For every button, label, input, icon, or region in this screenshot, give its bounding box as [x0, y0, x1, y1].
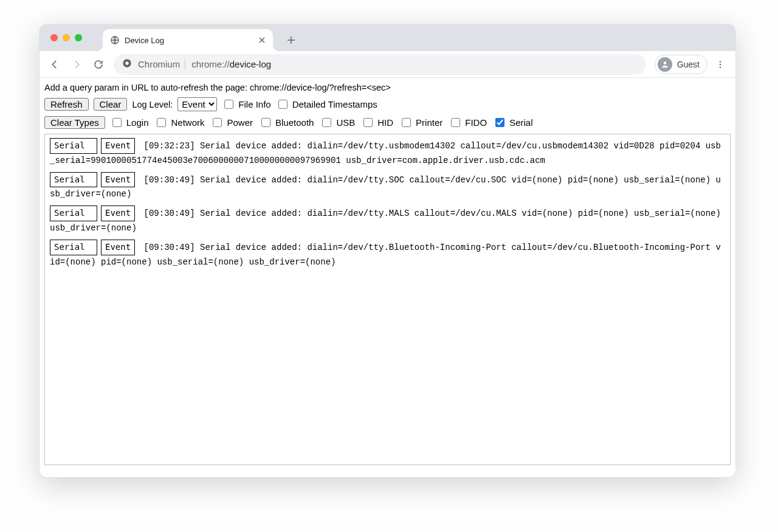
type-filter-printer[interactable]: Printer — [399, 116, 442, 129]
detailed-timestamps-checkbox[interactable] — [278, 100, 287, 109]
type-checkbox-hid[interactable] — [363, 118, 373, 127]
svg-point-3 — [663, 61, 666, 64]
omnibox-divider — [185, 59, 185, 70]
type-filter-login[interactable]: Login — [110, 116, 149, 129]
clear-button[interactable]: Clear — [94, 98, 128, 111]
type-checkbox-login[interactable] — [112, 118, 122, 127]
close-tab-button[interactable] — [257, 35, 267, 45]
type-checkbox-network[interactable] — [157, 118, 166, 127]
type-filter-bluetooth[interactable]: Bluetooth — [259, 116, 314, 129]
type-label-usb: USB — [336, 117, 355, 128]
url-text: chrome://device-log — [191, 59, 271, 69]
reload-button[interactable] — [88, 54, 109, 75]
type-checkbox-usb[interactable] — [322, 118, 331, 127]
type-checkbox-bluetooth[interactable] — [261, 118, 270, 127]
log-timestamp: [09:32:23] — [139, 141, 200, 151]
type-filter-network[interactable]: Network — [154, 116, 204, 129]
file-info-option[interactable]: File Info — [222, 98, 270, 111]
browser-window: Device Log Chromium ch — [40, 24, 735, 477]
log-entry: SerialEvent [09:30:49] Serial device add… — [50, 206, 725, 236]
log-entry: SerialEvent [09:30:49] Serial device add… — [50, 240, 725, 270]
window-controls — [50, 34, 82, 41]
log-level-chip: Event — [101, 172, 135, 188]
svg-point-2 — [125, 61, 128, 64]
product-name: Chromium — [138, 59, 180, 69]
log-entry: SerialEvent [09:30:49] Serial device add… — [50, 172, 725, 202]
type-filters: LoginNetworkPowerBluetoothUSBHIDPrinterF… — [110, 116, 533, 129]
browser-menu-button[interactable] — [710, 54, 731, 75]
file-info-checkbox[interactable] — [224, 100, 233, 109]
type-checkbox-printer[interactable] — [402, 118, 411, 127]
profile-button[interactable]: Guest — [655, 55, 707, 74]
avatar-icon — [658, 57, 672, 72]
type-label-hid: HID — [377, 117, 393, 128]
log-timestamp: [09:30:49] — [139, 243, 200, 252]
log-level-chip: Event — [101, 138, 135, 154]
log-source-chip: Serial — [50, 138, 97, 154]
type-label-bluetooth: Bluetooth — [275, 117, 314, 128]
type-label-network: Network — [171, 117, 204, 128]
zoom-window-button[interactable] — [75, 34, 82, 41]
log-timestamp: [09:30:49] — [139, 209, 200, 218]
type-filter-power[interactable]: Power — [210, 116, 253, 129]
refresh-button[interactable]: Refresh — [44, 98, 89, 111]
type-label-serial: Serial — [509, 117, 532, 128]
detailed-timestamps-option[interactable]: Detailed Timestamps — [276, 98, 377, 111]
type-label-power: Power — [227, 117, 253, 128]
toolbar: Chromium chrome://device-log Guest — [40, 51, 735, 78]
globe-icon — [110, 35, 120, 45]
tab-strip: Device Log — [40, 24, 735, 51]
type-label-login: Login — [126, 117, 149, 128]
log-source-chip: Serial — [50, 172, 97, 188]
svg-point-6 — [720, 66, 721, 67]
controls-row-2: Clear Types LoginNetworkPowerBluetoothUS… — [44, 116, 731, 129]
type-label-printer: Printer — [416, 117, 442, 128]
clear-types-button[interactable]: Clear Types — [44, 116, 105, 129]
log-output: SerialEvent [09:32:23] Serial device add… — [44, 134, 731, 465]
log-timestamp: [09:30:49] — [139, 175, 200, 185]
type-checkbox-fido[interactable] — [451, 118, 460, 127]
log-level-select[interactable]: Event — [177, 97, 217, 111]
profile-label: Guest — [677, 60, 700, 69]
log-level-chip: Event — [101, 206, 135, 221]
forward-button[interactable] — [66, 54, 87, 75]
tab-title: Device Log — [125, 36, 257, 45]
address-bar[interactable]: Chromium chrome://device-log — [114, 54, 646, 75]
type-checkbox-serial[interactable] — [495, 118, 504, 127]
log-level-chip: Event — [101, 240, 135, 255]
log-level-label: Log Level: — [132, 100, 173, 109]
new-tab-button[interactable] — [283, 32, 300, 49]
svg-point-4 — [720, 61, 721, 62]
type-label-fido: FIDO — [465, 117, 487, 128]
type-filter-serial[interactable]: Serial — [493, 116, 532, 129]
svg-point-5 — [720, 63, 721, 64]
back-button[interactable] — [44, 54, 65, 75]
page-content: Add a query param in URL to auto-refresh… — [40, 78, 735, 477]
type-filter-hid[interactable]: HID — [361, 116, 393, 129]
type-filter-usb[interactable]: USB — [320, 116, 355, 129]
log-entry: SerialEvent [09:32:23] Serial device add… — [50, 138, 725, 168]
controls-row-1: Refresh Clear Log Level: Event File Info… — [44, 97, 731, 111]
minimize-window-button[interactable] — [63, 34, 70, 41]
close-window-button[interactable] — [50, 34, 58, 41]
tab-device-log[interactable]: Device Log — [103, 29, 273, 51]
refresh-hint: Add a query param in URL to auto-refresh… — [44, 83, 731, 92]
type-checkbox-power[interactable] — [213, 118, 222, 127]
log-source-chip: Serial — [50, 240, 97, 255]
chrome-icon — [122, 58, 132, 70]
log-source-chip: Serial — [50, 206, 97, 221]
type-filter-fido[interactable]: FIDO — [449, 116, 487, 129]
